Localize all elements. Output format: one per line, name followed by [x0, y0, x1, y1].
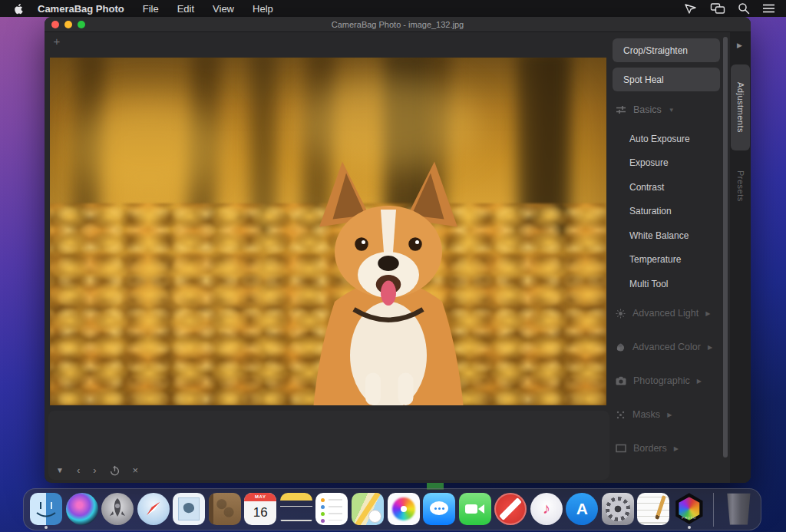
dock-calendar[interactable]: MAY 16 [244, 491, 276, 528]
filmstrip-collapse-button[interactable]: ▼ [56, 465, 64, 476]
tab-presets[interactable]: Presets [731, 155, 750, 216]
menu-help[interactable]: Help [253, 3, 273, 15]
dock-facetime[interactable] [459, 491, 491, 528]
dock-camerabag[interactable]: PHOTO [673, 491, 705, 528]
section-masks-label: Masks [632, 409, 660, 420]
crop-straighten-button[interactable]: Crop/Straighten [613, 38, 720, 62]
camerabag-icon: PHOTO [673, 493, 705, 525]
menubar-app-name[interactable]: CameraBag Photo [38, 3, 124, 15]
dock-messages[interactable] [423, 491, 455, 528]
caret-down-icon: ▼ [669, 107, 675, 114]
dock-divider [713, 493, 714, 527]
displays-icon[interactable] [710, 2, 725, 15]
app-store-icon: A [566, 493, 598, 525]
adjustment-auto-exposure[interactable]: Auto Exposure [629, 132, 690, 146]
section-advanced-light-label: Advanced Light [632, 308, 698, 319]
dock-textedit[interactable] [637, 491, 669, 528]
siri-icon [66, 493, 98, 525]
trash-icon [725, 493, 752, 525]
masks-dots-icon [616, 410, 626, 420]
gear-icon [602, 493, 634, 525]
dock-blocked-app[interactable] [494, 491, 527, 528]
camera-icon [616, 376, 626, 385]
dock-siri[interactable] [66, 491, 98, 528]
dock-trash[interactable] [722, 491, 755, 528]
dock-system-preferences[interactable] [602, 491, 634, 528]
adjustment-multi-tool[interactable]: Multi Tool [629, 277, 668, 291]
section-borders[interactable]: Borders ▶ [616, 441, 679, 455]
spot-heal-button[interactable]: Spot Heal [613, 68, 720, 91]
dock-notes[interactable] [280, 491, 312, 528]
messages-icon [423, 493, 455, 525]
adjustment-saturation[interactable]: Saturation [629, 204, 672, 218]
side-tab-strip: ▶ Adjustments Presets [730, 32, 751, 483]
tab-presets-label: Presets [736, 170, 745, 202]
dock-maps[interactable] [352, 491, 384, 528]
next-image-button[interactable]: › [93, 465, 96, 476]
previous-image-button[interactable]: ‹ [77, 465, 80, 476]
safari-icon [137, 493, 170, 525]
menu-file[interactable]: File [143, 3, 159, 15]
dock-reminders[interactable] [315, 491, 348, 528]
tab-adjustments[interactable]: Adjustments [731, 64, 750, 150]
window-title: CameraBag Photo - image_132.jpg [332, 20, 464, 29]
section-basics[interactable]: Basics ▼ [616, 103, 675, 117]
pointer-icon[interactable] [684, 2, 698, 15]
minimize-window-button[interactable] [64, 21, 72, 28]
reset-button[interactable] [110, 465, 120, 476]
remove-image-button[interactable]: × [133, 465, 139, 476]
desktop: { "colors": { "traffic_red": "#ff5f57", … [0, 0, 786, 532]
caret-right-icon: ▶ [697, 378, 702, 385]
apple-menu[interactable] [14, 3, 24, 15]
add-image-button[interactable]: + [51, 35, 63, 48]
maps-icon [352, 493, 384, 525]
dock-itunes[interactable]: ♪ [530, 491, 563, 528]
launchpad-icon [101, 493, 134, 525]
sidebar-scrollbar[interactable] [723, 37, 728, 458]
search-icon[interactable] [738, 2, 750, 15]
adjustment-white-balance[interactable]: White Balance [629, 229, 689, 243]
reminders-icon [315, 493, 348, 525]
caret-right-icon: ▶ [705, 310, 710, 317]
dock-finder[interactable] [30, 491, 62, 528]
notes-icon [280, 493, 312, 525]
section-photographic[interactable]: Photographic ▶ [616, 374, 702, 388]
finder-icon [30, 493, 62, 525]
caret-right-icon: ▶ [674, 445, 679, 452]
borders-frame-icon [616, 444, 626, 453]
facetime-icon [459, 493, 491, 525]
dock-app-store[interactable]: A [566, 491, 598, 528]
section-advanced-light[interactable]: Advanced Light ▶ [616, 306, 710, 320]
dock-launchpad[interactable] [101, 491, 134, 528]
mail-icon [173, 493, 205, 525]
menu-view[interactable]: View [213, 3, 234, 15]
section-masks[interactable]: Masks ▶ [616, 408, 672, 421]
title-bar[interactable]: CameraBag Photo - image_132.jpg [45, 17, 751, 32]
zoom-window-button[interactable] [78, 21, 85, 28]
panel-expand-arrow-icon[interactable]: ▶ [737, 41, 742, 49]
adjustment-temperature[interactable]: Temperature [629, 253, 681, 266]
dock-contacts[interactable] [209, 491, 241, 528]
dock-photos[interactable] [388, 491, 420, 528]
dock-mail[interactable] [173, 491, 205, 528]
app-store-letter: A [576, 500, 588, 518]
calendar-icon: MAY 16 [244, 493, 276, 525]
dock-safari[interactable] [137, 491, 170, 528]
camerabag-window: CameraBag Photo - image_132.jpg + [45, 17, 751, 483]
running-indicator [45, 526, 48, 529]
adjustment-exposure[interactable]: Exposure [629, 156, 669, 170]
running-indicator [688, 526, 691, 529]
section-advanced-color[interactable]: Advanced Color ▶ [616, 340, 712, 354]
calendar-day: 16 [244, 501, 276, 525]
textedit-icon [637, 493, 669, 525]
photo-canvas [50, 58, 606, 405]
sun-icon [616, 309, 626, 319]
close-window-button[interactable] [51, 21, 59, 28]
music-note-glyph: ♪ [543, 500, 550, 517]
section-photographic-label: Photographic [633, 375, 690, 386]
apple-icon [14, 3, 24, 15]
adjustment-contrast[interactable]: Contrast [629, 180, 664, 194]
list-icon[interactable] [762, 3, 775, 14]
photos-icon [388, 493, 420, 525]
menu-edit[interactable]: Edit [177, 3, 194, 15]
